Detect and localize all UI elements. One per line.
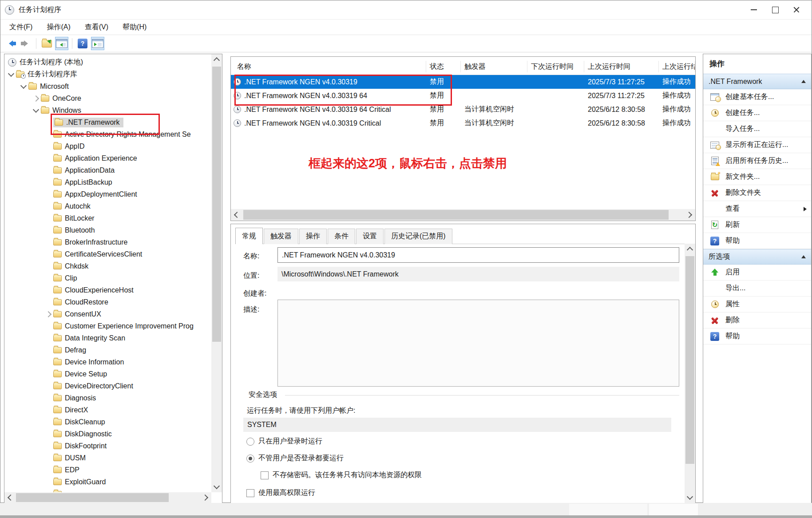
list-horizontal-scrollbar[interactable]: [231, 209, 695, 221]
column-header-3[interactable]: 下次运行时间: [527, 61, 584, 72]
action-item-1-4[interactable]: ?帮助: [703, 328, 811, 344]
radio-run-when-logged-on[interactable]: 只在用户登录时运行: [246, 437, 322, 446]
maximize-button[interactable]: [764, 1, 786, 19]
tree-item-31[interactable]: DiskDiagnostic: [4, 428, 211, 440]
tree-item-14[interactable]: Bluetooth: [4, 224, 211, 236]
forward-button[interactable]: [19, 37, 32, 50]
tree-item-34[interactable]: EDP: [4, 464, 211, 476]
checkbox-run-highest-privileges[interactable]: 使用最高权限运行: [246, 488, 315, 498]
menu-item-2[interactable]: 查看(V): [79, 21, 114, 34]
tree-item-32[interactable]: DiskFootprint: [4, 440, 211, 452]
tab-1[interactable]: 触发器: [264, 229, 298, 244]
task-description-field[interactable]: [277, 300, 679, 387]
task-row-3[interactable]: .NET Framework NGEN v4.0.30319 Critical禁…: [231, 116, 695, 130]
tree-horizontal-scrollbar[interactable]: [4, 492, 211, 503]
column-header-4[interactable]: 上次运行时间: [584, 61, 659, 72]
tree-scroll-down-arrow[interactable]: [211, 482, 222, 492]
action-item-0-1[interactable]: 创建任务...: [703, 105, 811, 121]
details-scroll-up-arrow[interactable]: [685, 244, 695, 254]
tree-item-30[interactable]: DiskCleanup: [4, 416, 211, 428]
tree-item-0[interactable]: 任务计划程序 (本地): [4, 56, 211, 68]
details-scroll-down-arrow[interactable]: [685, 492, 695, 503]
list-horizontal-scroll-thumb[interactable]: [243, 210, 669, 220]
tree-item-26[interactable]: Device Setup: [4, 368, 211, 380]
tree-item-22[interactable]: Customer Experience Improvement Prog: [4, 320, 211, 332]
action-item-0-5[interactable]: 新文件夹...: [703, 169, 811, 185]
menu-item-1[interactable]: 操作(A): [41, 21, 75, 34]
action-item-0-4[interactable]: 启用所有任务历史...: [703, 153, 811, 169]
tree-item-3[interactable]: OneCore: [4, 92, 211, 104]
collapse-icon[interactable]: [801, 255, 806, 258]
tree-item-19[interactable]: CloudExperienceHost: [4, 284, 211, 296]
tree-item-15[interactable]: BrokerInfrastructure: [4, 236, 211, 248]
tab-3[interactable]: 条件: [328, 229, 355, 244]
tree-vertical-scrollbar[interactable]: [211, 54, 222, 492]
column-header-1[interactable]: 状态: [426, 61, 461, 72]
chevron-down-icon[interactable]: [8, 71, 14, 77]
tab-0[interactable]: 常规: [235, 228, 263, 244]
collapse-icon[interactable]: [801, 80, 806, 83]
show-action-pane-button[interactable]: [91, 37, 104, 50]
chevron-down-icon[interactable]: [20, 83, 27, 89]
tree-item-8[interactable]: Application Experience: [4, 152, 211, 164]
details-vertical-scroll-thumb[interactable]: [685, 256, 694, 464]
tree-item-11[interactable]: AppxDeploymentClient: [4, 188, 211, 200]
action-item-0-9[interactable]: ?帮助: [703, 233, 811, 249]
show-console-tree-button[interactable]: [55, 37, 68, 50]
tree-item-23[interactable]: Data Integrity Scan: [4, 332, 211, 344]
column-header-0[interactable]: 名称: [231, 61, 426, 72]
tree-horizontal-scroll-thumb[interactable]: [16, 493, 169, 502]
tree-item-7[interactable]: AppID: [4, 140, 211, 152]
tree-item-1[interactable]: 任务计划程序库: [4, 68, 211, 80]
tree-item-9[interactable]: ApplicationData: [4, 164, 211, 176]
action-item-0-7[interactable]: 查看: [703, 201, 811, 217]
tree-item-36[interactable]: [4, 488, 211, 492]
tree-scroll-right-arrow[interactable]: [201, 492, 211, 503]
tree-item-2[interactable]: Microsoft: [4, 80, 211, 92]
menu-item-0[interactable]: 文件(F): [4, 21, 38, 34]
action-item-1-3[interactable]: 删除: [703, 312, 811, 328]
task-name-field[interactable]: .NET Framework NGEN v4.0.30319: [277, 247, 679, 263]
chevron-right-icon[interactable]: [33, 95, 39, 101]
tree-item-20[interactable]: CloudRestore: [4, 296, 211, 308]
export-list-button[interactable]: [40, 37, 53, 50]
action-item-0-3[interactable]: 显示所有正在运行...: [703, 137, 811, 153]
chevron-down-icon[interactable]: [33, 107, 39, 113]
tree-item-18[interactable]: Clip: [4, 272, 211, 284]
tab-4[interactable]: 设置: [356, 229, 384, 244]
tree-scroll-up-arrow[interactable]: [211, 54, 222, 65]
tree-item-13[interactable]: BitLocker: [4, 212, 211, 224]
radio-run-whether-logged-on[interactable]: 不管用户是否登录都要运行: [246, 454, 344, 463]
column-header-2[interactable]: 触发器: [461, 61, 527, 72]
action-item-1-1[interactable]: 导出...: [703, 281, 811, 297]
action-item-0-0[interactable]: 创建基本任务...: [703, 89, 811, 105]
tree-item-16[interactable]: CertificateServicesClient: [4, 248, 211, 260]
menu-item-3[interactable]: 帮助(H): [117, 21, 152, 34]
action-item-0-8[interactable]: 刷新: [703, 217, 811, 233]
details-vertical-scrollbar[interactable]: [685, 244, 695, 503]
tree-item-10[interactable]: AppListBackup: [4, 176, 211, 188]
tree-item-33[interactable]: DUSM: [4, 452, 211, 464]
tab-2[interactable]: 操作: [299, 229, 327, 244]
action-item-1-2[interactable]: 属性: [703, 297, 811, 312]
close-button[interactable]: [786, 1, 807, 19]
checkbox-no-password[interactable]: 不存储密码。该任务将只有访问本地资源的权限: [261, 471, 422, 480]
tree-item-12[interactable]: Autochk: [4, 200, 211, 212]
tree-item-24[interactable]: Defrag: [4, 344, 211, 356]
help-button[interactable]: ?: [76, 37, 89, 50]
tree-item-17[interactable]: Chkdsk: [4, 260, 211, 272]
tab-5[interactable]: 历史记录(已禁用): [384, 229, 452, 244]
action-section-header-1[interactable]: 所选项: [703, 249, 811, 265]
tree-item-29[interactable]: DirectX: [4, 404, 211, 416]
action-item-1-0[interactable]: 启用: [703, 265, 811, 281]
back-button[interactable]: [4, 37, 17, 50]
tree-item-21[interactable]: ConsentUX: [4, 308, 211, 320]
list-scroll-right-arrow[interactable]: [685, 210, 695, 220]
chevron-right-icon[interactable]: [45, 311, 51, 317]
action-section-header-0[interactable]: .NET Framework: [703, 74, 811, 89]
minimize-button[interactable]: [743, 1, 764, 19]
tree-vertical-scroll-thumb[interactable]: [212, 67, 221, 342]
tree-item-35[interactable]: ExploitGuard: [4, 476, 211, 488]
tree-scroll-left-arrow[interactable]: [4, 492, 15, 503]
tree-item-27[interactable]: DeviceDirectoryClient: [4, 380, 211, 392]
